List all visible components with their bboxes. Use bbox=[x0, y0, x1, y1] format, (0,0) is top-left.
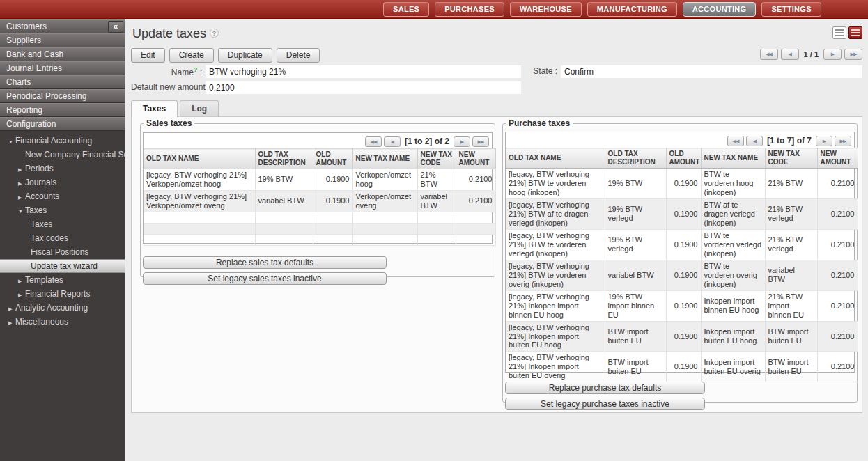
col-new-amount[interactable]: NEW AMOUNT bbox=[817, 148, 858, 169]
tab-log[interactable]: Log bbox=[180, 100, 219, 116]
cell: 21% BTW import binnen EU bbox=[765, 290, 817, 321]
state-field[interactable]: Confirm bbox=[561, 65, 862, 78]
delete-button[interactable]: Delete bbox=[277, 48, 320, 63]
purchase-grid-pager: ◀◀ ◀ [1 to 7] of 7 ▶ ▶▶ bbox=[506, 132, 854, 148]
sidebar-item-bank-and-cash[interactable]: Bank and Cash bbox=[0, 47, 125, 61]
menu-warehouse[interactable]: WAREHOUSE bbox=[510, 2, 582, 17]
previous-record-icon[interactable]: ◀ bbox=[781, 49, 799, 60]
last-record-icon[interactable]: ▶▶ bbox=[844, 49, 862, 60]
tree-accounts[interactable]: ▶Accounts bbox=[0, 189, 125, 203]
tab-taxes[interactable]: Taxes bbox=[131, 100, 178, 117]
replace-purchase-tax-defaults-button[interactable]: Replace purchase tax defaults bbox=[505, 382, 705, 394]
table-row[interactable]: [legacy, BTW verhoging 21%] Verkopen/omz… bbox=[144, 169, 495, 191]
table-row[interactable]: [legacy, BTW verhoging 21%] Inkopen impo… bbox=[506, 321, 858, 352]
menu-accounting[interactable]: ACCOUNTING bbox=[683, 2, 757, 17]
replace-sales-tax-defaults-button[interactable]: Replace sales tax defaults bbox=[143, 256, 387, 269]
sidebar-item-configuration[interactable]: Configuration bbox=[0, 117, 125, 131]
menu-settings[interactable]: SETTINGS bbox=[761, 2, 821, 17]
sidebar-item-charts[interactable]: Charts bbox=[0, 75, 125, 89]
col-old-tax-description[interactable]: OLD TAX DESCRIPTION bbox=[605, 148, 666, 169]
col-old-tax-description[interactable]: OLD TAX DESCRIPTION bbox=[255, 149, 313, 169]
menu-sales[interactable]: SALES bbox=[383, 2, 429, 17]
next-record-icon[interactable]: ▶ bbox=[823, 49, 842, 60]
table-row[interactable]: [legacy, BTW verhoging 21%] BTW af te dr… bbox=[506, 198, 858, 229]
set-legacy-purchase-taxes-inactive-button[interactable]: Set legacy purchase taxes inactive bbox=[505, 398, 705, 410]
sidebar-item-reporting[interactable]: Reporting bbox=[0, 103, 125, 117]
first-page-icon[interactable]: ◀◀ bbox=[727, 136, 744, 146]
table-row[interactable]: [legacy, BTW verhoging 21%] Verkopen/omz… bbox=[144, 190, 495, 212]
chevron-right-icon: ▶ bbox=[18, 163, 25, 175]
tree-tax-codes[interactable]: Tax codes bbox=[0, 231, 125, 245]
sidebar-item-journal-entries[interactable]: Journal Entries bbox=[0, 61, 125, 75]
page-title-text: Update taxes bbox=[132, 26, 206, 40]
menu-manufacturing[interactable]: MANUFACTURING bbox=[587, 2, 677, 17]
record-toolbar: Edit Create Duplicate Delete bbox=[131, 48, 320, 63]
sidebar-item-periodical-processing[interactable]: Periodical Processing bbox=[0, 89, 125, 103]
col-new-tax-name[interactable]: NEW TAX NAME bbox=[701, 148, 765, 169]
last-page-icon[interactable]: ▶▶ bbox=[835, 136, 851, 146]
tree-periods[interactable]: ▶Periods bbox=[0, 162, 125, 175]
table-row[interactable]: [legacy, BTW verhoging 21%] Inkopen impo… bbox=[506, 352, 858, 382]
table-header-row: OLD TAX NAME OLD TAX DESCRIPTION OLD AMO… bbox=[144, 149, 495, 169]
cell: 19% BTW bbox=[255, 169, 313, 191]
next-page-icon[interactable]: ▶ bbox=[454, 136, 470, 147]
table-row[interactable]: [legacy, BTW verhoging 21%] BTW te vorde… bbox=[506, 260, 858, 290]
table-row[interactable]: [legacy, BTW verhoging 21%] Inkopen impo… bbox=[506, 290, 858, 321]
name-field[interactable]: BTW verhoging 21% bbox=[206, 65, 521, 78]
col-new-tax-name[interactable]: NEW TAX NAME bbox=[352, 149, 417, 169]
create-button[interactable]: Create bbox=[169, 48, 214, 63]
cell: 0.2100 bbox=[817, 198, 858, 229]
col-old-tax-name[interactable]: OLD TAX NAME bbox=[144, 149, 255, 169]
cell: 0.2100 bbox=[817, 321, 858, 352]
list-view-icon[interactable] bbox=[832, 26, 846, 39]
tree-label: Periods bbox=[25, 164, 54, 173]
top-menu-bar: SALES PURCHASES WAREHOUSE MANUFACTURING … bbox=[0, 0, 868, 19]
first-record-icon[interactable]: ◀◀ bbox=[760, 49, 778, 60]
tree-financial-reports[interactable]: ▶Financial Reports bbox=[0, 287, 125, 301]
tree-financial-accounting[interactable]: ▼Financial Accounting bbox=[0, 134, 125, 148]
help-icon[interactable]: ? bbox=[210, 29, 219, 38]
sidebar-tree: ▼Financial Accounting New Company Financ… bbox=[0, 131, 125, 329]
cell: Verkopen/omzet overig bbox=[352, 190, 417, 212]
sales-taxes-grid: ◀◀ ◀ [1 to 2] of 2 ▶ ▶▶ OLD TAX NAME OLD… bbox=[143, 132, 493, 244]
previous-page-icon[interactable]: ◀ bbox=[384, 136, 401, 147]
col-new-tax-code[interactable]: NEW TAX CODE bbox=[417, 149, 456, 169]
cell: Inkopen import binnen EU hoog bbox=[701, 290, 765, 321]
first-page-icon[interactable]: ◀◀ bbox=[365, 136, 382, 147]
last-page-icon[interactable]: ▶▶ bbox=[472, 136, 489, 147]
sidebar-collapse-icon[interactable]: « bbox=[108, 21, 123, 33]
col-new-tax-code[interactable]: NEW TAX CODE bbox=[765, 148, 817, 169]
tree-analytic-accounting[interactable]: ▶Analytic Accounting bbox=[0, 301, 125, 315]
tree-templates[interactable]: ▶Templates bbox=[0, 273, 125, 287]
tree-label: Financial Accounting bbox=[15, 136, 92, 146]
set-legacy-sales-taxes-inactive-button[interactable]: Set legacy sales taxes inactive bbox=[143, 272, 387, 285]
menu-purchases[interactable]: PURCHASES bbox=[435, 2, 504, 17]
tree-fiscal-positions[interactable]: Fiscal Positions bbox=[0, 245, 125, 259]
next-page-icon[interactable]: ▶ bbox=[816, 136, 832, 146]
sidebar-item-customers[interactable]: Customers « bbox=[0, 19, 125, 33]
col-old-amount[interactable]: OLD AMOUNT bbox=[313, 149, 352, 169]
field-help-icon[interactable]: ? bbox=[194, 66, 198, 73]
tree-taxes[interactable]: ▼Taxes bbox=[0, 203, 125, 217]
edit-button[interactable]: Edit bbox=[131, 48, 165, 63]
tree-update-tax-wizard[interactable]: Update tax wizard bbox=[0, 259, 125, 273]
cell: [legacy, BTW verhoging 21%] BTW af te dr… bbox=[506, 198, 605, 229]
purchase-taxes-group: Purchase taxes ◀◀ ◀ [1 to 7] of 7 ▶ ▶▶ O… bbox=[502, 118, 858, 403]
tree-journals[interactable]: ▶Journals bbox=[0, 175, 125, 189]
table-row[interactable]: [legacy, BTW verhoging 21%] BTW te vorde… bbox=[506, 229, 858, 260]
duplicate-button[interactable]: Duplicate bbox=[218, 48, 272, 63]
col-new-amount[interactable]: NEW AMOUNT bbox=[456, 149, 495, 169]
tree-new-company-financial-settings[interactable]: New Company Financial Setti... bbox=[0, 148, 125, 162]
record-pager: ◀◀ ◀ 1 / 1 ▶ ▶▶ bbox=[760, 49, 862, 60]
default-amount-field[interactable]: 0.2100 bbox=[206, 81, 521, 94]
chevron-right-icon: ▶ bbox=[18, 191, 25, 203]
tree-taxes-child[interactable]: Taxes bbox=[0, 217, 125, 231]
tree-miscellaneous[interactable]: ▶Miscellaneous bbox=[0, 315, 125, 329]
table-row[interactable]: [legacy, BTW verhoging 21%] BTW te vorde… bbox=[506, 169, 858, 199]
form-view-icon[interactable] bbox=[848, 26, 862, 39]
sidebar-item-suppliers[interactable]: Suppliers bbox=[0, 33, 125, 47]
cell: 21% BTW verlegd bbox=[765, 198, 817, 229]
col-old-tax-name[interactable]: OLD TAX NAME bbox=[506, 148, 605, 169]
col-old-amount[interactable]: OLD AMOUNT bbox=[666, 148, 701, 169]
previous-page-icon[interactable]: ◀ bbox=[746, 136, 763, 146]
